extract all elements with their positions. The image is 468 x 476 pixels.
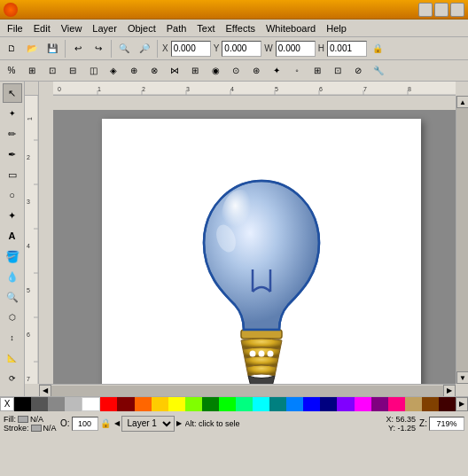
color-swatch[interactable] bbox=[14, 397, 31, 411]
color-swatch[interactable] bbox=[117, 397, 134, 411]
x-input[interactable] bbox=[171, 41, 211, 57]
y-input[interactable] bbox=[222, 41, 261, 57]
scroll-down-button[interactable]: ▼ bbox=[456, 371, 468, 384]
connector-tool[interactable]: ↕ bbox=[3, 328, 22, 347]
ellipse-tool[interactable]: ○ bbox=[3, 185, 22, 205]
menu-item-help[interactable]: Help bbox=[321, 21, 352, 35]
menu-item-effects[interactable]: Effects bbox=[221, 21, 261, 35]
snap-btn-9[interactable]: ⋈ bbox=[165, 61, 184, 81]
color-swatch[interactable] bbox=[82, 397, 100, 411]
menu-item-text[interactable]: Text bbox=[191, 21, 220, 35]
color-swatch[interactable] bbox=[219, 397, 236, 411]
color-swatch[interactable] bbox=[337, 397, 354, 411]
open-button[interactable]: 📂 bbox=[22, 39, 42, 59]
scroll-track-v[interactable] bbox=[456, 108, 468, 371]
snap-btn-15[interactable]: ◦ bbox=[287, 61, 307, 81]
color-swatch[interactable] bbox=[422, 397, 439, 411]
lock-ratio-button[interactable]: 🔒 bbox=[368, 39, 387, 59]
canvas[interactable] bbox=[53, 110, 456, 384]
pencil-tool[interactable]: ✏ bbox=[3, 124, 22, 144]
color-swatch[interactable] bbox=[48, 397, 65, 411]
palette-right-arrow[interactable]: ▶ bbox=[456, 397, 468, 411]
color-swatch[interactable] bbox=[236, 397, 253, 411]
gradient-tool[interactable]: ⬡ bbox=[3, 308, 22, 327]
color-swatch[interactable] bbox=[355, 397, 371, 411]
menu-item-layer[interactable]: Layer bbox=[87, 21, 122, 35]
h-input[interactable] bbox=[327, 41, 367, 57]
snap-btn-10[interactable]: ⊞ bbox=[185, 61, 205, 81]
zoom-out-button[interactable]: 🔎 bbox=[135, 39, 154, 59]
measure-tool[interactable]: 📐 bbox=[3, 348, 22, 368]
text-tool[interactable]: A bbox=[3, 226, 22, 246]
snap-btn-7[interactable]: ⊕ bbox=[124, 61, 144, 81]
close-button[interactable] bbox=[450, 3, 464, 17]
snap-btn-14[interactable]: ✦ bbox=[267, 61, 286, 81]
color-swatch[interactable] bbox=[371, 397, 388, 411]
no-color-button[interactable]: X bbox=[0, 397, 14, 411]
pen-tool[interactable]: ✒ bbox=[3, 144, 22, 164]
snap-btn-3[interactable]: ⊡ bbox=[43, 61, 62, 81]
snap-btn-17[interactable]: ⊡ bbox=[328, 61, 347, 81]
menu-item-object[interactable]: Object bbox=[122, 21, 161, 35]
snap-btn-16[interactable]: ⊞ bbox=[308, 61, 327, 81]
node-tool[interactable]: ✦ bbox=[3, 104, 22, 123]
zoom-tool[interactable]: 🔍 bbox=[3, 287, 22, 307]
scroll-track-h[interactable] bbox=[51, 386, 443, 396]
snap-btn-19[interactable]: 🔧 bbox=[369, 61, 388, 81]
scroll-right-button[interactable]: ▶ bbox=[443, 385, 456, 397]
color-swatch[interactable] bbox=[152, 397, 168, 411]
snap-btn-8[interactable]: ⊗ bbox=[144, 61, 164, 81]
snap-btn-6[interactable]: ◈ bbox=[104, 61, 123, 81]
layer-arrow-left[interactable]: ◀ bbox=[114, 419, 120, 427]
menu-item-whiteboard[interactable]: Whiteboard bbox=[261, 21, 321, 35]
redo-button[interactable]: ↪ bbox=[89, 39, 108, 59]
scrollbar-horizontal[interactable]: ◀ ▶ bbox=[39, 384, 456, 396]
zoom-in-button[interactable]: 🔍 bbox=[114, 39, 134, 59]
color-swatch[interactable] bbox=[320, 397, 337, 411]
color-swatch[interactable] bbox=[185, 397, 202, 411]
menu-item-edit[interactable]: Edit bbox=[28, 21, 56, 35]
zoom-input[interactable] bbox=[429, 417, 464, 431]
snap-btn-13[interactable]: ⊛ bbox=[246, 61, 266, 81]
w-input[interactable] bbox=[276, 41, 316, 57]
menu-item-file[interactable]: File bbox=[2, 21, 28, 35]
color-swatch[interactable] bbox=[253, 397, 269, 411]
color-swatch[interactable] bbox=[286, 397, 303, 411]
scrollbar-vertical[interactable]: ▲ ▼ bbox=[456, 96, 468, 384]
menu-item-path[interactable]: Path bbox=[161, 21, 192, 35]
opacity-input[interactable] bbox=[72, 417, 98, 431]
color-swatch[interactable] bbox=[269, 397, 286, 411]
color-swatch[interactable] bbox=[168, 397, 185, 411]
snap-btn-5[interactable]: ◫ bbox=[83, 61, 103, 81]
maximize-button[interactable] bbox=[434, 3, 448, 17]
scroll-up-button[interactable]: ▲ bbox=[456, 96, 468, 108]
spray-tool[interactable]: ⟳ bbox=[3, 369, 22, 388]
color-swatch[interactable] bbox=[202, 397, 219, 411]
select-tool[interactable]: ↖ bbox=[3, 83, 22, 103]
stroke-swatch[interactable] bbox=[31, 425, 42, 432]
fill-tool[interactable]: 🪣 bbox=[3, 246, 22, 266]
layer-select[interactable]: Layer 1 bbox=[121, 416, 175, 432]
snap-btn-12[interactable]: ⊙ bbox=[226, 61, 246, 81]
scroll-left-button[interactable]: ◀ bbox=[39, 385, 51, 397]
snap-btn-18[interactable]: ⊘ bbox=[348, 61, 368, 81]
star-tool[interactable]: ✦ bbox=[3, 206, 22, 225]
color-swatch[interactable] bbox=[135, 397, 152, 411]
snap-btn-1[interactable]: % bbox=[2, 61, 21, 81]
color-swatch[interactable] bbox=[100, 397, 117, 411]
rect-tool[interactable]: ▭ bbox=[3, 165, 22, 184]
undo-button[interactable]: ↩ bbox=[68, 39, 88, 59]
new-button[interactable]: 🗋 bbox=[2, 39, 21, 59]
minimize-button[interactable] bbox=[418, 3, 433, 17]
save-button[interactable]: 💾 bbox=[43, 39, 62, 59]
snap-btn-4[interactable]: ⊟ bbox=[63, 61, 82, 81]
color-swatch[interactable] bbox=[31, 397, 48, 411]
color-swatch[interactable] bbox=[388, 397, 405, 411]
dropper-tool[interactable]: 💧 bbox=[3, 267, 22, 286]
layer-arrow-right[interactable]: ▶ bbox=[176, 419, 182, 427]
color-swatch[interactable] bbox=[65, 397, 82, 411]
snap-btn-2[interactable]: ⊞ bbox=[22, 61, 42, 81]
color-swatch[interactable] bbox=[405, 397, 422, 411]
snap-btn-11[interactable]: ◉ bbox=[206, 61, 225, 81]
color-swatch[interactable] bbox=[303, 397, 320, 411]
